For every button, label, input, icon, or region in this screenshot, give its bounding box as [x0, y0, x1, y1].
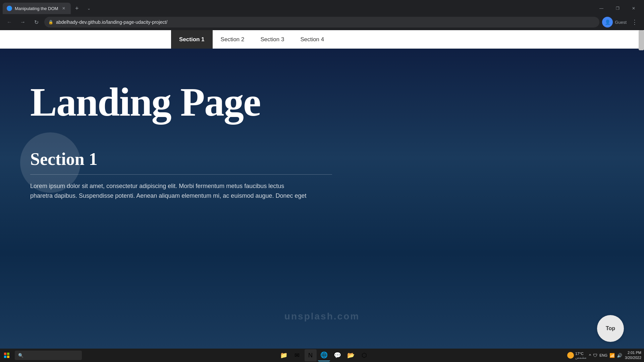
profile-label: Guest — [615, 20, 627, 25]
site-navbar: Section 1 Section 2 Section 3 Section 4 — [0, 30, 644, 49]
list-tabs-button[interactable]: ⌄ — [83, 3, 95, 14]
windows-icon-sq1 — [4, 353, 6, 355]
browser-toolbar: ← → ↻ 🔒 abdelhady-dev.github.io/landing-… — [0, 14, 644, 30]
window-controls: — ❐ ✕ — [594, 3, 641, 14]
scrollbar-thumb[interactable] — [639, 30, 644, 50]
tray-language-label[interactable]: ENG — [599, 353, 607, 357]
close-button[interactable]: ✕ — [626, 3, 641, 14]
taskbar-app-chrome[interactable]: 🌐 — [318, 349, 330, 361]
tray-wifi-icon[interactable]: 📶 — [609, 353, 615, 358]
tray-volume-icon[interactable]: 🔊 — [617, 353, 622, 358]
weather-temp: 17°C — [575, 352, 586, 356]
url-text: abdelhady-dev.github.io/landing-page-uda… — [56, 19, 595, 25]
back-button[interactable]: ← — [4, 17, 15, 27]
weather-icon — [567, 352, 574, 359]
start-button[interactable] — [0, 349, 13, 362]
taskbar: 🔍 📁 ✉ N 🌐 💬 📂 ⬡ 17°C مشمس ^ 🛡 ENG 📶 🔊 2:… — [0, 349, 644, 362]
section1-text: Lorem ipsum dolor sit amet, consectetur … — [30, 181, 332, 201]
lock-icon: 🔒 — [48, 20, 53, 24]
weather-condition: مشمس — [575, 356, 586, 359]
section1-title: Section 1 — [30, 149, 614, 169]
browser-menu-button[interactable]: ⋮ — [629, 17, 640, 27]
section1-text-line2: pharetra dapibus. Suspendisse potenti. A… — [30, 192, 307, 199]
taskbar-app-files2[interactable]: 📂 — [345, 349, 357, 361]
maximize-button[interactable]: ❐ — [610, 3, 625, 14]
windows-icon — [4, 353, 9, 358]
tray-shield-icon[interactable]: 🛡 — [593, 353, 597, 358]
taskbar-app-notion[interactable]: N — [305, 349, 317, 361]
browser-tab[interactable]: 🌐 Manipulating the DOM ✕ — [3, 3, 71, 14]
search-icon: 🔍 — [18, 353, 23, 358]
weather-widget: 17°C مشمس — [567, 352, 586, 359]
taskbar-apps: 📁 ✉ N 🌐 💬 📂 ⬡ — [83, 349, 565, 361]
taskbar-app-git[interactable]: ⬡ — [358, 349, 370, 361]
taskbar-search[interactable]: 🔍 — [15, 351, 82, 360]
new-tab-button[interactable]: + — [72, 4, 82, 13]
nav-item-section1[interactable]: Section 1 — [171, 30, 213, 49]
windows-icon-sq4 — [7, 356, 9, 358]
hero-section: Landing Page — [0, 49, 644, 142]
webpage-content: Section 1 Section 2 Section 3 Section 4 … — [0, 30, 644, 349]
windows-icon-sq3 — [4, 356, 6, 358]
tab-close-button[interactable]: ✕ — [61, 5, 67, 11]
nav-item-section3[interactable]: Section 3 — [252, 30, 292, 49]
tab-favicon-icon: 🌐 — [7, 6, 12, 11]
watermark: unsplash.com — [284, 311, 360, 322]
taskbar-tray: 17°C مشمس ^ 🛡 ENG 📶 🔊 2:01 PM 3/20/2022 — [565, 350, 644, 361]
tab-title: Manipulating the DOM — [15, 6, 58, 11]
clock-date: 3/20/2022 — [625, 355, 641, 360]
decorative-circle — [20, 132, 80, 193]
nav-items: Section 1 Section 2 Section 3 Section 4 — [171, 30, 332, 49]
minimize-button[interactable]: — — [594, 3, 609, 14]
top-button[interactable]: Top — [597, 315, 624, 342]
clock-time: 2:01 PM — [625, 350, 641, 355]
forward-button[interactable]: → — [17, 17, 28, 27]
taskbar-clock[interactable]: 2:01 PM 3/20/2022 — [625, 350, 641, 361]
tab-bar: 🌐 Manipulating the DOM ✕ + ⌄ — ❐ ✕ — [0, 0, 644, 14]
address-bar[interactable]: 🔒 abdelhady-dev.github.io/landing-page-u… — [44, 17, 599, 27]
tray-icons: ^ 🛡 ENG 📶 🔊 — [589, 353, 622, 358]
tray-chevron-icon[interactable]: ^ — [589, 353, 591, 358]
nav-item-section4[interactable]: Section 4 — [292, 30, 332, 49]
taskbar-app-mail[interactable]: ✉ — [291, 349, 303, 361]
windows-icon-sq2 — [7, 353, 9, 355]
hero-title: Landing Page — [30, 82, 644, 122]
taskbar-app-files[interactable]: 📁 — [278, 349, 290, 361]
scrollbar[interactable] — [639, 30, 644, 49]
top-button-label: Top — [606, 325, 615, 331]
profile-area: 👤 Guest — [602, 17, 627, 27]
section1-content: Section 1 Lorem ipsum dolor sit amet, co… — [0, 142, 644, 207]
browser-chrome: 🌐 Manipulating the DOM ✕ + ⌄ — ❐ ✕ ← → ↻… — [0, 0, 644, 30]
nav-item-section2[interactable]: Section 2 — [213, 30, 253, 49]
refresh-button[interactable]: ↻ — [31, 17, 42, 27]
profile-button[interactable]: 👤 — [602, 17, 613, 27]
taskbar-app-discord[interactable]: 💬 — [331, 349, 343, 361]
